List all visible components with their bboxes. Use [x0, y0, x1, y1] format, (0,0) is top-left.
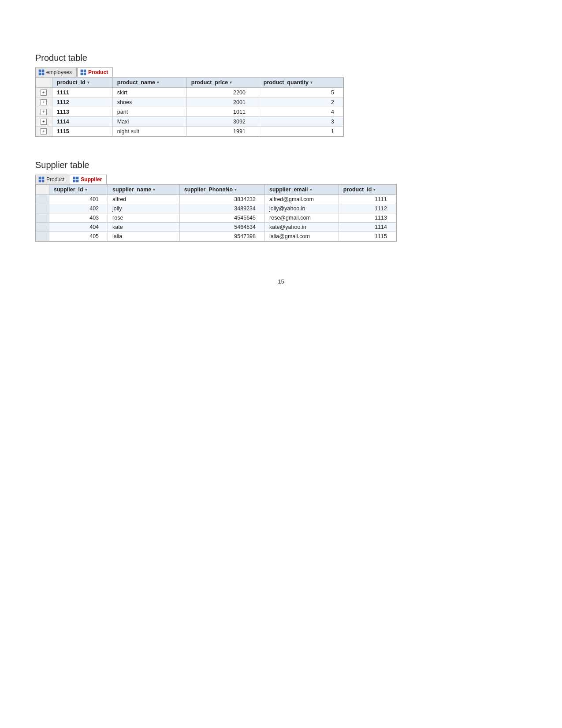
sort-icon-price[interactable]: ▾ — [230, 80, 232, 85]
product-name-cell: skirt — [112, 88, 186, 97]
product-expand-col-header — [36, 78, 52, 88]
product-col-quantity[interactable]: product_quantity ▾ — [259, 78, 343, 88]
product-quantity-cell: 4 — [259, 107, 343, 117]
supplier-col-product-id[interactable]: product_id ▾ — [339, 185, 396, 195]
tab-supplier[interactable]: Supplier — [70, 175, 107, 184]
product-row: + 1115 night suit 1991 1 — [36, 127, 343, 136]
supplier-name-cell: alfred — [108, 195, 180, 204]
product-col-id[interactable]: product_id ▾ — [52, 78, 113, 88]
expand-button[interactable]: + — [41, 119, 47, 125]
supplier-section-title: Supplier table — [35, 160, 527, 170]
supplier-id-cell: 405 — [49, 232, 108, 241]
supplier-pid-cell: 1115 — [339, 232, 396, 241]
supplier-col-id[interactable]: supplier_id ▾ — [49, 185, 108, 195]
product-name-cell: pant — [112, 107, 186, 117]
table-icon-employees — [38, 69, 45, 75]
supplier-email-cell: lalia@gmail.com — [265, 232, 339, 241]
supplier-row: 402 jolly 3489234 jolly@yahoo.in 1112 — [36, 204, 396, 213]
supplier-name-cell: jolly — [108, 204, 180, 213]
tab-product[interactable]: Product — [77, 67, 113, 77]
svg-rect-3 — [42, 73, 44, 75]
supplier-email-cell: jolly@yahoo.in — [265, 204, 339, 213]
expand-button[interactable]: + — [41, 109, 47, 115]
supplier-tbody: 401 alfred 3834232 alfred@gmail.com 1111… — [36, 195, 396, 241]
expand-button[interactable]: + — [41, 128, 47, 134]
product-name-cell: night suit — [112, 127, 186, 136]
supplier-id-cell: 404 — [49, 223, 108, 232]
tab-employees[interactable]: employees — [35, 67, 77, 77]
svg-rect-10 — [39, 180, 41, 182]
supplier-name-cell: rose — [108, 213, 180, 223]
sort-icon-name[interactable]: ▾ — [157, 80, 159, 85]
product-price-cell: 1991 — [186, 127, 259, 136]
supplier-id-cell: 402 — [49, 204, 108, 213]
product-section: Product table employees Product — [35, 53, 527, 138]
sort-icon-supplier-pid[interactable]: ▾ — [373, 187, 376, 192]
tab-supplier-label: Supplier — [81, 176, 102, 183]
svg-rect-0 — [39, 70, 41, 72]
tab-product-label: Product — [88, 69, 108, 75]
sort-icon-supplier-email[interactable]: ▾ — [310, 187, 312, 192]
expand-button[interactable]: + — [41, 90, 47, 96]
supplier-phone-cell: 4545645 — [179, 213, 264, 223]
supplier-col-phone[interactable]: supplier_PhoneNo ▾ — [179, 185, 264, 195]
supplier-col-email[interactable]: supplier_email ▾ — [265, 185, 339, 195]
tab-product-supplier[interactable]: Product — [35, 175, 69, 184]
supplier-pid-cell: 1114 — [339, 223, 396, 232]
table-icon-product2 — [38, 176, 45, 183]
svg-rect-15 — [76, 180, 78, 182]
product-id-cell: 1112 — [52, 97, 113, 107]
product-id-cell: 1114 — [52, 117, 113, 127]
supplier-pid-cell: 1113 — [339, 213, 396, 223]
supplier-row-col-header — [36, 185, 49, 195]
supplier-phone-cell: 9547398 — [179, 232, 264, 241]
sort-icon-supplier-phone[interactable]: ▾ — [234, 187, 237, 192]
product-table-wrap: product_id ▾ product_name ▾ product_pric… — [35, 77, 344, 137]
sort-icon-supplier-name[interactable]: ▾ — [153, 187, 155, 192]
supplier-email-cell: kate@yahoo.in — [265, 223, 339, 232]
product-quantity-cell: 2 — [259, 97, 343, 107]
supplier-phone-cell: 3834232 — [179, 195, 264, 204]
expand-cell: + — [36, 97, 52, 107]
supplier-pid-cell: 1112 — [339, 204, 396, 213]
tab-employees-label: employees — [46, 69, 72, 75]
supplier-id-cell: 403 — [49, 213, 108, 223]
product-quantity-cell: 5 — [259, 88, 343, 97]
supplier-row: 404 kate 5464534 kate@yahoo.in 1114 — [36, 223, 396, 232]
expand-cell: + — [36, 127, 52, 136]
product-name-cell: shoes — [112, 97, 186, 107]
supplier-tab-bar: Product Supplier — [35, 175, 527, 184]
expand-cell: + — [36, 107, 52, 117]
sort-icon-quantity[interactable]: ▾ — [310, 80, 313, 85]
product-col-name[interactable]: product_name ▾ — [112, 78, 186, 88]
product-row: + 1111 skirt 2200 5 — [36, 88, 343, 97]
expand-button[interactable]: + — [41, 99, 47, 105]
svg-rect-2 — [39, 73, 41, 75]
table-icon-supplier — [73, 176, 79, 183]
supplier-col-name[interactable]: supplier_name ▾ — [108, 185, 180, 195]
supplier-row: 401 alfred 3834232 alfred@gmail.com 1111 — [36, 195, 396, 204]
sort-icon-id[interactable]: ▾ — [87, 80, 89, 85]
svg-rect-13 — [76, 177, 78, 179]
supplier-id-cell: 401 — [49, 195, 108, 204]
svg-rect-4 — [81, 70, 83, 72]
supplier-row-num — [36, 213, 49, 223]
sort-icon-supplier-id[interactable]: ▾ — [85, 187, 87, 192]
expand-cell: + — [36, 117, 52, 127]
product-row: + 1114 Maxi 3092 3 — [36, 117, 343, 127]
product-tab-bar: employees Product — [35, 67, 527, 77]
supplier-section: Supplier table Product Supplier — [35, 160, 527, 243]
supplier-row-num — [36, 195, 49, 204]
product-section-title: Product table — [35, 53, 527, 63]
supplier-name-cell: kate — [108, 223, 180, 232]
svg-rect-7 — [84, 73, 86, 75]
product-header-row: product_id ▾ product_name ▾ product_pric… — [36, 78, 343, 88]
supplier-row-num — [36, 204, 49, 213]
svg-rect-6 — [81, 73, 83, 75]
product-id-cell: 1115 — [52, 127, 113, 136]
product-row: + 1113 pant 1011 4 — [36, 107, 343, 117]
tab-product2-label: Product — [46, 176, 64, 183]
product-id-cell: 1111 — [52, 88, 113, 97]
supplier-row: 405 lalia 9547398 lalia@gmail.com 1115 — [36, 232, 396, 241]
product-col-price[interactable]: product_price ▾ — [186, 78, 259, 88]
